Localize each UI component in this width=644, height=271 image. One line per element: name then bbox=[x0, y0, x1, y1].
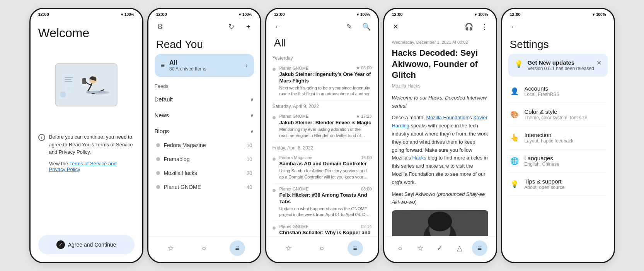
detail-bottom-nav: ○ ☆ ✓ △ ≡ bbox=[384, 236, 496, 262]
settings-accounts-text: Accounts Local, FreshRSS bbox=[525, 85, 606, 97]
status-icons-4: ▾ 100% bbox=[475, 12, 488, 17]
feed-item-gnome[interactable]: Planet GNOME 40 bbox=[155, 180, 254, 194]
agree-button[interactable]: ✓ Agree and Continue bbox=[38, 235, 135, 254]
welcome-text: Before you can continue, you need to agr… bbox=[49, 133, 135, 156]
article-kopper[interactable]: Planet GNOME 02:14 Christian Schaller: W… bbox=[273, 221, 372, 236]
more-icon-btn[interactable]: ⋮ bbox=[479, 21, 490, 32]
accounts-sub: Local, FreshRSS bbox=[525, 92, 606, 97]
article-ingenuity[interactable]: Planet GNOME ★ 06:00 Jakub Steiner: Inge… bbox=[273, 62, 372, 101]
tips-icon: 💡 bbox=[510, 180, 519, 189]
all-card-title: All bbox=[169, 59, 206, 66]
settings-title: Settings bbox=[502, 35, 614, 54]
feed-name-framablog: Framablog bbox=[164, 156, 243, 162]
feed-count-gnome: 40 bbox=[247, 184, 252, 190]
settings-icon-btn[interactable]: ⚙ bbox=[155, 21, 165, 32]
back-btn-5[interactable]: ← bbox=[508, 21, 519, 32]
feed-item-fedora[interactable]: Fedora Magazine 10 bbox=[155, 138, 254, 152]
update-banner[interactable]: 💡 Get New updates Version 0.6.1 has been… bbox=[508, 54, 608, 77]
settings-screen: ← Settings 💡 Get New updates Version 0.6… bbox=[502, 18, 614, 262]
detail-nav-home[interactable]: ○ bbox=[392, 240, 408, 256]
feed-dot-mozilla bbox=[156, 171, 160, 175]
feed-count-mozilla: 20 bbox=[247, 170, 252, 176]
add-icon-btn[interactable]: + bbox=[243, 21, 254, 32]
svg-rect-8 bbox=[65, 79, 72, 80]
detail-nav-share[interactable]: △ bbox=[452, 240, 467, 256]
welcome-illustration bbox=[38, 48, 135, 125]
status-icons-3: ▾ 100% bbox=[357, 12, 370, 17]
interaction-title: Interaction bbox=[525, 132, 606, 138]
wifi-icon-5: ▾ bbox=[593, 12, 595, 17]
blogs-group-header[interactable]: Blogs ∧ bbox=[155, 124, 254, 138]
svg-point-6 bbox=[67, 87, 71, 91]
detail-nav-list[interactable]: ≡ bbox=[472, 240, 487, 256]
readyou-title: Read You bbox=[148, 35, 260, 54]
article-samba[interactable]: Fedora Magazine 16:00 Samba as AD and Do… bbox=[273, 152, 372, 184]
battery-3: 100% bbox=[360, 12, 370, 17]
title-felix: Felix Häcker: #38 Among Toasts And Tabs bbox=[279, 192, 372, 205]
hacks-link[interactable]: Hacks bbox=[412, 155, 426, 161]
feeds-label: Feeds bbox=[155, 83, 254, 89]
wifi-icon-1: ▾ bbox=[121, 12, 123, 17]
default-group-header[interactable]: Default ∧ bbox=[155, 92, 254, 106]
title-samba: Samba as AD and Domain Controller bbox=[279, 161, 372, 167]
nav-star-btn-3[interactable]: ☆ bbox=[281, 240, 296, 256]
source-row-blender: Planet GNOME ★ 17:23 bbox=[279, 114, 372, 119]
news-group-header[interactable]: News ∧ bbox=[155, 108, 254, 122]
wifi-icon-2: ▾ bbox=[239, 12, 241, 17]
welcome-screen: Welcome bbox=[31, 18, 142, 262]
nav-star-btn-2[interactable]: ☆ bbox=[163, 240, 179, 256]
date-header-yesterday: Yesterday bbox=[273, 55, 372, 61]
settings-accounts[interactable]: 👤 Accounts Local, FreshRSS bbox=[508, 80, 608, 103]
interaction-icon: 👆 bbox=[510, 133, 519, 142]
feed-item-framablog[interactable]: Framablog 10 bbox=[155, 152, 254, 166]
snippet-blender: Mentioning my ever lasting adoration of … bbox=[279, 127, 372, 139]
svg-point-13 bbox=[428, 212, 451, 232]
settings-interaction[interactable]: 👆 Interaction Layout, haptic feedback bbox=[508, 126, 608, 149]
title-blender: Jakub Steiner: Blender Eevee is Magic bbox=[279, 120, 372, 126]
article-felix[interactable]: Planet GNOME 08:00 Felix Häcker: #38 Amo… bbox=[273, 184, 372, 221]
chevron-right-icon: › bbox=[245, 62, 247, 69]
time-4: 12:00 bbox=[392, 12, 403, 17]
nav-home-btn-3[interactable]: ○ bbox=[314, 240, 330, 256]
settings-color[interactable]: 🎨 Color & style Theme, color system, fon… bbox=[508, 103, 608, 126]
update-banner-left: 💡 Get New updates Version 0.6.1 has been… bbox=[515, 59, 594, 71]
mozilla-foundation-link[interactable]: Mozilla Foundation bbox=[426, 115, 468, 120]
feed-dot-fedora bbox=[156, 143, 160, 147]
search-icon-btn-3[interactable]: 🔍 bbox=[361, 21, 372, 32]
settings-tips-text: Tips & support About, open source bbox=[525, 178, 606, 190]
refresh-icon-btn[interactable]: ↻ bbox=[226, 21, 237, 32]
feed-item-mozilla[interactable]: Mozilla Hacks 20 bbox=[155, 166, 254, 180]
articles-list: Yesterday Planet GNOME ★ 06:00 Jakub Ste… bbox=[266, 52, 378, 236]
nav-list-btn-2[interactable]: ≡ bbox=[230, 240, 245, 256]
headphone-icon-btn[interactable]: 🎧 bbox=[463, 21, 474, 32]
article-dot-kopper bbox=[273, 226, 276, 230]
settings-tips[interactable]: 💡 Tips & support About, open source bbox=[508, 173, 608, 196]
edit-icon-btn-3[interactable]: ✎ bbox=[344, 21, 355, 32]
welcome-svg bbox=[48, 56, 125, 118]
detail-nav-check[interactable]: ✓ bbox=[432, 240, 448, 256]
time-3: 12:00 bbox=[274, 12, 285, 17]
readyou-toolbar: ⚙ ↻ + bbox=[148, 18, 260, 35]
phone-articles: 12:00 ▾ 100% ← ✎ 🔍 All Yesterday Planet … bbox=[265, 8, 379, 263]
article-body-kopper: Planet GNOME 02:14 Christian Schaller: W… bbox=[279, 224, 372, 236]
article-blender[interactable]: Planet GNOME ★ 17:23 Jakub Steiner: Blen… bbox=[273, 111, 372, 142]
article-dot-blender bbox=[273, 116, 276, 119]
tips-title: Tips & support bbox=[525, 178, 606, 185]
languages-title: Languages bbox=[525, 155, 606, 161]
detail-nav-star[interactable]: ☆ bbox=[412, 240, 428, 256]
status-bar-5: 12:00 ▾ 100% bbox=[502, 9, 614, 18]
status-icons-5: ▾ 100% bbox=[593, 12, 606, 17]
close-banner-btn[interactable]: ✕ bbox=[596, 59, 601, 67]
all-card[interactable]: ≡ All 80 Archived Items › bbox=[155, 54, 254, 77]
close-btn-4[interactable]: ✕ bbox=[390, 21, 401, 32]
toolbar-right-icons: ↻ + bbox=[226, 21, 254, 32]
update-title: Get New updates bbox=[528, 59, 594, 66]
nav-home-btn-2[interactable]: ○ bbox=[196, 240, 212, 256]
back-btn-3[interactable]: ← bbox=[273, 21, 283, 32]
status-bar-1: 12:00 ▾ 100% bbox=[31, 9, 142, 18]
news-chevron-icon: ∧ bbox=[250, 112, 254, 118]
feed-dot-gnome bbox=[156, 185, 160, 189]
nav-list-btn-3[interactable]: ≡ bbox=[348, 240, 363, 256]
settings-languages[interactable]: 🌐 Languages English, Chinese bbox=[508, 149, 608, 173]
default-group-name: Default bbox=[155, 96, 173, 103]
